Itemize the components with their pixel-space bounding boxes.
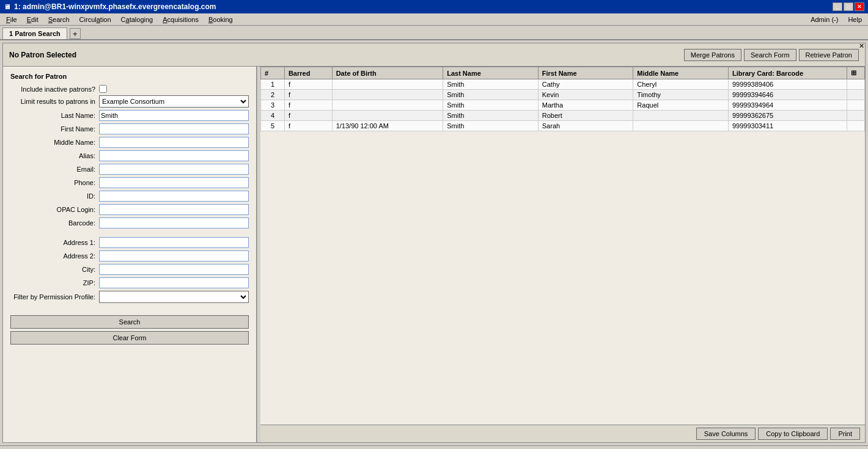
table-cell: Smith — [443, 100, 539, 111]
table-cell: 99999303411 — [728, 121, 847, 131]
menu-admin[interactable]: Admin (-) — [806, 15, 843, 24]
minimize-button[interactable]: _ — [833, 2, 842, 11]
last-name-input[interactable] — [99, 110, 249, 121]
table-cell: 1 — [261, 79, 285, 90]
middle-name-row: Middle Name: — [10, 137, 249, 148]
col-header-first[interactable]: First Name — [538, 67, 633, 79]
phone-row: Phone: — [10, 177, 249, 188]
zip-input[interactable] — [99, 277, 249, 288]
table-row[interactable]: 4fSmithRobert99999362675 — [261, 111, 865, 121]
address1-row: Address 1: — [10, 237, 249, 248]
col-header-dob[interactable]: Date of Birth — [332, 67, 443, 79]
content-split: Search for Patron Include inactive patro… — [3, 67, 865, 442]
menu-search[interactable]: Search — [43, 15, 75, 24]
clear-form-button[interactable]: Clear Form — [10, 331, 249, 345]
table-cell — [847, 111, 865, 121]
col-header-barcode[interactable]: Library Card: Barcode — [728, 67, 847, 79]
table-cell: f — [284, 100, 332, 111]
address1-input[interactable] — [99, 237, 249, 248]
limit-results-row: Limit results to patrons in Example Cons… — [10, 95, 249, 108]
table-cell — [332, 90, 443, 100]
table-header-row: # Barred Date of Birth Last Name First N… — [261, 67, 865, 79]
title-bar-controls: _ □ ✕ — [833, 2, 864, 11]
status-bar — [0, 445, 868, 449]
col-header-last[interactable]: Last Name — [443, 67, 539, 79]
table-row[interactable]: 1fSmithCathyCheryl99999389406 — [261, 79, 865, 90]
table-cell: 99999394964 — [728, 100, 847, 111]
table-cell — [847, 90, 865, 100]
tab-window-close[interactable]: ✕ — [859, 42, 864, 50]
menu-acquisitions[interactable]: Acquisitions — [158, 15, 204, 24]
menu-booking[interactable]: Booking — [204, 15, 238, 24]
col-header-barred[interactable]: Barred — [284, 67, 332, 79]
print-button[interactable]: Print — [830, 428, 860, 440]
alias-row: Alias: — [10, 150, 249, 161]
col-header-middle[interactable]: Middle Name — [633, 67, 729, 79]
limit-results-label: Limit results to patrons in — [10, 98, 99, 105]
opac-login-row: OPAC Login: — [10, 204, 249, 215]
table-cell: Cathy — [538, 79, 633, 90]
tab-bar: 1 Patron Search + ✕ — [0, 26, 868, 40]
col-header-expand[interactable]: ⊞ — [847, 67, 865, 79]
email-input[interactable] — [99, 164, 249, 175]
permission-profile-select[interactable] — [99, 291, 249, 303]
address2-input[interactable] — [99, 250, 249, 261]
table-cell: f — [284, 121, 332, 131]
id-input[interactable] — [99, 191, 249, 202]
close-button[interactable]: ✕ — [855, 2, 864, 11]
search-form-title: Search for Patron — [10, 73, 249, 80]
maximize-button[interactable]: □ — [844, 2, 853, 11]
barcode-input[interactable] — [99, 217, 249, 228]
city-input[interactable] — [99, 264, 249, 275]
last-name-row: Last Name: — [10, 110, 249, 121]
permission-profile-row: Filter by Permission Profile: — [10, 291, 249, 303]
table-cell — [847, 100, 865, 111]
menu-circulation[interactable]: Circulation — [75, 15, 116, 24]
table-row[interactable]: 5f1/13/90 12:00 AMSmithSarah99999303411 — [261, 121, 865, 131]
email-row: Email: — [10, 164, 249, 175]
table-cell — [332, 79, 443, 90]
limit-results-select[interactable]: Example Consortium — [99, 95, 249, 108]
search-button[interactable]: Search — [10, 315, 249, 329]
search-form-button[interactable]: Search Form — [744, 49, 796, 61]
table-cell: 4 — [261, 111, 285, 121]
merge-patrons-button[interactable]: Merge Patrons — [684, 49, 741, 61]
opac-login-input[interactable] — [99, 204, 249, 215]
table-row[interactable]: 3fSmithMarthaRaquel99999394964 — [261, 100, 865, 111]
city-label: City: — [10, 266, 99, 273]
menu-edit[interactable]: Edit — [22, 15, 43, 24]
include-inactive-checkbox[interactable] — [99, 85, 107, 93]
menu-cataloging[interactable]: Cataloging — [116, 15, 158, 24]
first-name-row: First Name: — [10, 123, 249, 134]
middle-name-label: Middle Name: — [10, 139, 99, 146]
title-bar-title: 1: admin@BR1-winxpvmfx.phasefx.evergreen… — [14, 2, 216, 11]
last-name-label: Last Name: — [10, 112, 99, 119]
alias-input[interactable] — [99, 150, 249, 161]
menu-file[interactable]: File — [1, 15, 22, 24]
top-buttons: Merge Patrons Search Form Retrieve Patro… — [684, 49, 859, 61]
title-bar-left: 🖥 1: admin@BR1-winxpvmfx.phasefx.evergre… — [4, 2, 216, 11]
table-cell: f — [284, 111, 332, 121]
top-bar: No Patron Selected Merge Patrons Search … — [3, 43, 865, 67]
form-buttons: Search Clear Form — [3, 312, 256, 351]
table-cell: 1/13/90 12:00 AM — [332, 121, 443, 131]
table-cell: 99999394646 — [728, 90, 847, 100]
tab-patron-search[interactable]: 1 Patron Search — [2, 27, 67, 39]
address2-label: Address 2: — [10, 252, 99, 260]
first-name-input[interactable] — [99, 123, 249, 134]
save-columns-button[interactable]: Save Columns — [696, 428, 756, 440]
left-panel: Search for Patron Include inactive patro… — [3, 67, 257, 442]
copy-clipboard-button[interactable]: Copy to Clipboard — [758, 428, 828, 440]
phone-input[interactable] — [99, 177, 249, 188]
middle-name-input[interactable] — [99, 137, 249, 148]
permission-profile-label: Filter by Permission Profile: — [10, 293, 99, 301]
include-inactive-label: Include inactive patrons? — [10, 86, 99, 93]
tab-add-button[interactable]: + — [70, 28, 81, 39]
table-cell: Sarah — [538, 121, 633, 131]
no-patron-label: No Patron Selected — [9, 51, 76, 59]
table-row[interactable]: 2fSmithKevinTimothy99999394646 — [261, 90, 865, 100]
retrieve-patron-button[interactable]: Retrieve Patron — [799, 49, 859, 61]
bottom-bar: Save Columns Copy to Clipboard Print — [260, 425, 865, 442]
menu-help[interactable]: Help — [843, 15, 867, 24]
col-header-num[interactable]: # — [261, 67, 285, 79]
